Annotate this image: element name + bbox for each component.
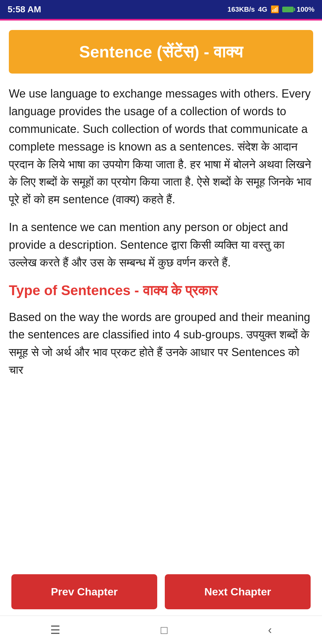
menu-icon[interactable]: ☰	[50, 623, 60, 637]
status-bar: 5:58 AM 163KB/s 4G 📶 100%	[0, 0, 322, 19]
battery-percent: 100%	[297, 5, 314, 14]
title-banner: Sentence (सेंटेंस) - वाक्य	[9, 30, 313, 74]
paragraph-2: In a sentence we can mention any person …	[9, 218, 313, 271]
wifi-icon: 📶	[271, 5, 279, 14]
signal-strength: 163KB/s	[228, 5, 255, 14]
prev-chapter-button[interactable]: Prev Chapter	[11, 574, 157, 609]
status-right: 163KB/s 4G 📶 100%	[228, 5, 314, 14]
back-icon[interactable]: ‹	[268, 623, 272, 637]
status-time: 5:58 AM	[8, 4, 41, 15]
main-content: Sentence (सेंटेंस) - वाक्य We use langua…	[0, 21, 322, 568]
home-icon[interactable]: □	[161, 623, 168, 637]
paragraph-1: We use language to exchange messages wit…	[9, 85, 313, 208]
battery-icon	[282, 7, 294, 12]
nav-bar: ☰ □ ‹	[0, 616, 322, 644]
section-paragraph: Based on the way the words are grouped a…	[9, 308, 313, 379]
bottom-nav: Prev Chapter Next Chapter	[0, 568, 322, 616]
page-title: Sentence (सेंटेंस) - वाक्य	[18, 42, 304, 62]
network-type: 4G	[258, 5, 267, 14]
next-chapter-button[interactable]: Next Chapter	[165, 574, 311, 609]
section-heading: Type of Sentences - वाक्य के प्रकार	[9, 281, 313, 299]
